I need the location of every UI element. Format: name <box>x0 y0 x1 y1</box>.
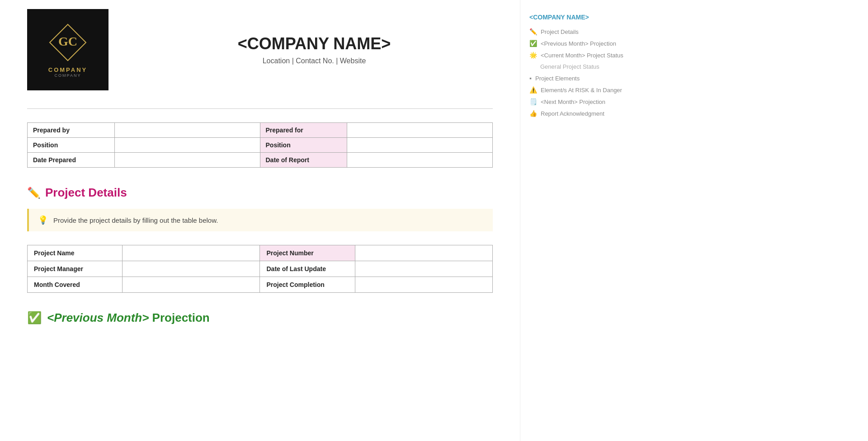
sidebar-item-prev-month[interactable]: ✅ <Previous Month> Projection <box>529 40 628 47</box>
project-number-value[interactable] <box>355 245 492 261</box>
project-details-title: Project Details <box>45 186 127 200</box>
meta-table: Prepared by Prepared for Position Positi… <box>27 122 493 168</box>
project-manager-label: Project Manager <box>28 261 123 277</box>
sidebar: <COMPANY NAME> ✏️ Project Details ✅ <Pre… <box>520 0 637 441</box>
info-box-text: Provide the project details by filling o… <box>53 216 218 224</box>
table-row: Prepared by Prepared for <box>28 123 493 138</box>
sidebar-item-label: <Next Month> Projection <box>541 99 605 105</box>
project-details-emoji: ✏️ <box>27 187 41 199</box>
date-of-report-label: Date of Report <box>260 153 347 168</box>
company-name-heading: <COMPANY NAME> <box>136 34 493 53</box>
month-covered-value[interactable] <box>123 277 260 293</box>
date-last-update-value[interactable] <box>355 261 492 277</box>
bulb-icon: 💡 <box>38 215 48 225</box>
table-row: Position Position <box>28 138 493 153</box>
sidebar-item-report-acknowledgment[interactable]: 👍 Report Acknowledgment <box>529 110 628 117</box>
table-row: Project Name Project Number <box>28 245 493 261</box>
sidebar-item-project-elements[interactable]: ▪️ Project Elements <box>529 75 628 82</box>
logo-subtext: COMPANY <box>55 73 81 78</box>
logo-text: COMPANY <box>48 66 87 73</box>
sidebar-item-label: Project Details <box>541 28 579 35</box>
position-left-label: Position <box>28 138 115 153</box>
thumbsup-icon: 👍 <box>529 110 537 117</box>
header-section: GC COMPANY COMPANY <COMPANY NAME> Locati… <box>27 9 493 99</box>
logo-diamond: GC <box>47 22 88 63</box>
header-divider <box>27 108 493 109</box>
sidebar-item-general-status[interactable]: General Project Status <box>529 63 628 70</box>
sidebar-item-label: Report Acknowledgment <box>541 110 604 117</box>
sidebar-item-label: Element/s At RISK & In Danger <box>541 87 622 94</box>
position-right-value[interactable] <box>347 138 493 153</box>
pencil-icon: ✏️ <box>529 28 537 35</box>
table-row: Project Manager Date of Last Update <box>28 261 493 277</box>
project-manager-value[interactable] <box>123 261 260 277</box>
sidebar-item-label: <Previous Month> Projection <box>541 40 616 47</box>
prepared-by-label: Prepared by <box>28 123 115 138</box>
company-subtitle: Location | Contact No. | Website <box>136 57 493 65</box>
prev-month-title-prefix: <Previous Month> <box>47 311 149 324</box>
project-details-heading: ✏️ Project Details <box>27 186 493 200</box>
sidebar-item-next-month[interactable]: 🗒️ <Next Month> Projection <box>529 98 628 105</box>
project-completion-value[interactable] <box>355 277 492 293</box>
project-completion-label: Project Completion <box>260 277 355 293</box>
sidebar-item-label: General Project Status <box>540 63 599 70</box>
sidebar-item-risk-danger[interactable]: ⚠️ Element/s At RISK & In Danger <box>529 86 628 94</box>
square-icon: ▪️ <box>529 75 532 82</box>
project-details-info-box: 💡 Provide the project details by filling… <box>27 209 493 231</box>
prev-month-title-suffix: Projection <box>149 311 209 324</box>
check-icon: ✅ <box>529 40 537 47</box>
prev-month-emoji: ✅ <box>27 311 42 325</box>
position-right-label: Position <box>260 138 347 153</box>
star-icon: 🌟 <box>529 52 537 59</box>
prev-month-heading: ✅ <Previous Month> Projection <box>27 311 493 325</box>
company-logo: GC COMPANY COMPANY <box>27 9 108 90</box>
table-row: Date Prepared Date of Report <box>28 153 493 168</box>
sidebar-item-label: Project Elements <box>535 75 580 82</box>
main-content: GC COMPANY COMPANY <COMPANY NAME> Locati… <box>0 0 520 441</box>
prev-month-title: <Previous Month> Projection <box>47 311 210 325</box>
project-details-table: Project Name Project Number Project Mana… <box>27 245 493 293</box>
table-row: Month Covered Project Completion <box>28 277 493 293</box>
sidebar-company-name[interactable]: <COMPANY NAME> <box>529 14 628 21</box>
date-last-update-label: Date of Last Update <box>260 261 355 277</box>
project-name-value[interactable] <box>123 245 260 261</box>
svg-text:GC: GC <box>58 34 77 48</box>
date-of-report-value[interactable] <box>347 153 493 168</box>
warning-icon: ⚠️ <box>529 86 537 94</box>
notes-icon: 🗒️ <box>529 98 537 105</box>
date-prepared-value[interactable] <box>114 153 260 168</box>
month-covered-label: Month Covered <box>28 277 123 293</box>
date-prepared-label: Date Prepared <box>28 153 115 168</box>
prepared-for-value[interactable] <box>347 123 493 138</box>
project-number-label: Project Number <box>260 245 355 261</box>
header-title-area: <COMPANY NAME> Location | Contact No. | … <box>136 34 493 65</box>
sidebar-item-label: <Current Month> Project Status <box>541 52 623 59</box>
position-left-value[interactable] <box>114 138 260 153</box>
sidebar-item-project-details[interactable]: ✏️ Project Details <box>529 28 628 35</box>
prepared-for-label: Prepared for <box>260 123 347 138</box>
sidebar-item-current-month[interactable]: 🌟 <Current Month> Project Status <box>529 52 628 59</box>
prepared-by-value[interactable] <box>114 123 260 138</box>
sidebar-nav: ✏️ Project Details ✅ <Previous Month> Pr… <box>529 28 628 117</box>
project-name-label: Project Name <box>28 245 123 261</box>
